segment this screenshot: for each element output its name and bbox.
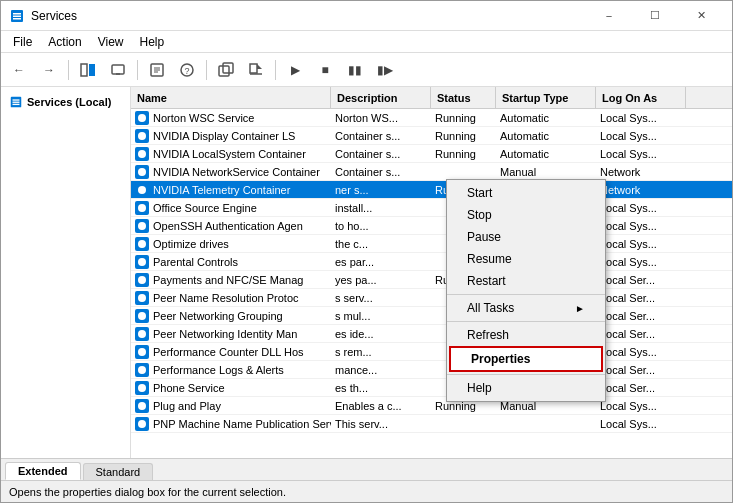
service-logon: Local Ser... (596, 382, 686, 394)
table-row[interactable]: Optimize drives the c... Manual Local Sy… (131, 235, 732, 253)
table-row[interactable]: Office Source Engine install... Manual L… (131, 199, 732, 217)
service-startup: Automatic (496, 112, 596, 124)
table-row[interactable]: Peer Name Resolution Protoc s serv... Ma… (131, 289, 732, 307)
service-desc: This serv... (331, 418, 431, 430)
close-button[interactable]: ✕ (678, 1, 724, 31)
svg-rect-3 (13, 18, 21, 20)
service-name: Office Source Engine (131, 201, 331, 215)
col-header-startup[interactable]: Startup Type (496, 87, 596, 108)
service-name: Plug and Play (131, 399, 331, 413)
service-logon: Network (596, 166, 686, 178)
svg-rect-22 (13, 104, 20, 105)
bottom-tabs: ExtendedStandard (1, 458, 732, 480)
service-name: Payments and NFC/SE Manag (131, 273, 331, 287)
table-row[interactable]: Phone Service es th... Manual (Trig... L… (131, 379, 732, 397)
table-row[interactable]: Parental Controls es par... Manual Local… (131, 253, 732, 271)
table-row[interactable]: NVIDIA Display Container LS Container s.… (131, 127, 732, 145)
maximize-button[interactable]: ☐ (632, 1, 678, 31)
pause-button[interactable]: ▮▮ (341, 57, 369, 83)
table-row[interactable]: Peer Networking Identity Man es ide... M… (131, 325, 732, 343)
table-row[interactable]: OpenSSH Authentication Agen to ho... Dis… (131, 217, 732, 235)
table-row[interactable]: NVIDIA LocalSystem Container Container s… (131, 145, 732, 163)
table-row[interactable]: Performance Logs & Alerts mance... Manua… (131, 361, 732, 379)
tab-standard[interactable]: Standard (83, 463, 154, 480)
service-desc: s rem... (331, 346, 431, 358)
service-desc: s serv... (331, 292, 431, 304)
context-menu-item-resume[interactable]: Resume (447, 248, 605, 270)
menu-action[interactable]: Action (40, 33, 89, 51)
context-menu-item-pause[interactable]: Pause (447, 226, 605, 248)
table-row[interactable]: PNP Machine Name Publication Service Thi… (131, 415, 732, 433)
svg-rect-2 (13, 15, 21, 17)
status-bar: Opens the properties dialog box for the … (1, 480, 732, 502)
context-menu-item-all-tasks[interactable]: All Tasks► (447, 297, 605, 319)
properties-button[interactable] (143, 57, 171, 83)
service-desc: yes pa... (331, 274, 431, 286)
minimize-button[interactable]: − (586, 1, 632, 31)
service-desc: s mul... (331, 310, 431, 322)
service-icon (135, 201, 149, 215)
context-menu-item-restart[interactable]: Restart (447, 270, 605, 292)
menu-help[interactable]: Help (132, 33, 173, 51)
col-header-name[interactable]: Name (131, 87, 331, 108)
play-button[interactable]: ▶ (281, 57, 309, 83)
table-row[interactable]: Payments and NFC/SE Manag yes pa... Runn… (131, 271, 732, 289)
help-button[interactable]: ? (173, 57, 201, 83)
service-name: Peer Networking Grouping (131, 309, 331, 323)
service-icon (135, 237, 149, 251)
table-row[interactable]: NVIDIA Telemetry Container ner s... Runn… (131, 181, 732, 199)
col-header-logon[interactable]: Log On As (596, 87, 686, 108)
service-name: NVIDIA NetworkService Container (131, 165, 331, 179)
service-desc: the c... (331, 238, 431, 250)
forward-button[interactable]: → (35, 57, 63, 83)
context-menu-separator (447, 294, 605, 295)
resume-button[interactable]: ▮▶ (371, 57, 399, 83)
menu-view[interactable]: View (90, 33, 132, 51)
tab-extended[interactable]: Extended (5, 462, 81, 480)
service-logon: Local Sys... (596, 238, 686, 250)
svg-rect-6 (112, 65, 124, 74)
service-desc: ner s... (331, 184, 431, 196)
service-desc: Container s... (331, 166, 431, 178)
table-row[interactable]: Norton WSC Service Norton WS... Running … (131, 109, 732, 127)
table-row[interactable]: Performance Counter DLL Hos s rem... Man… (131, 343, 732, 361)
context-menu-item-help[interactable]: Help (447, 377, 605, 399)
service-icon (135, 381, 149, 395)
service-icon (135, 255, 149, 269)
service-desc: install... (331, 202, 431, 214)
menu-file[interactable]: File (5, 33, 40, 51)
context-menu-item-start[interactable]: Start (447, 182, 605, 204)
stop-button[interactable]: ■ (311, 57, 339, 83)
service-list[interactable]: Norton WSC Service Norton WS... Running … (131, 109, 732, 458)
table-row[interactable]: Peer Networking Grouping s mul... Manual… (131, 307, 732, 325)
col-header-desc[interactable]: Description (331, 87, 431, 108)
service-logon: Local Sys... (596, 130, 686, 142)
service-logon: Local Ser... (596, 364, 686, 376)
service-status: Running (431, 112, 496, 124)
col-header-status[interactable]: Status (431, 87, 496, 108)
context-menu-item-refresh[interactable]: Refresh (447, 324, 605, 346)
menu-bar: File Action View Help (1, 31, 732, 53)
back-button[interactable]: ← (5, 57, 33, 83)
service-logon: Local Ser... (596, 292, 686, 304)
service-icon (135, 399, 149, 413)
context-menu-item-stop[interactable]: Stop (447, 204, 605, 226)
window-title: Services (31, 9, 586, 23)
service-icon (135, 273, 149, 287)
service-desc: es par... (331, 256, 431, 268)
service-area: Name Description Status Startup Type Log… (131, 87, 732, 458)
panel-title: Services (Local) (9, 95, 122, 109)
table-row[interactable]: NVIDIA NetworkService Container Containe… (131, 163, 732, 181)
svg-rect-5 (89, 64, 95, 76)
table-row[interactable]: Plug and Play Enables a c... Running Man… (131, 397, 732, 415)
export-button[interactable] (242, 57, 270, 83)
service-startup: Manual (496, 166, 596, 178)
service-desc: Container s... (331, 148, 431, 160)
context-menu-item-properties[interactable]: Properties (449, 346, 603, 372)
console-button[interactable] (104, 57, 132, 83)
service-icon (135, 165, 149, 179)
service-logon: Local Sys... (596, 202, 686, 214)
service-name: Phone Service (131, 381, 331, 395)
show-hide-button[interactable] (74, 57, 102, 83)
new-window-button[interactable] (212, 57, 240, 83)
